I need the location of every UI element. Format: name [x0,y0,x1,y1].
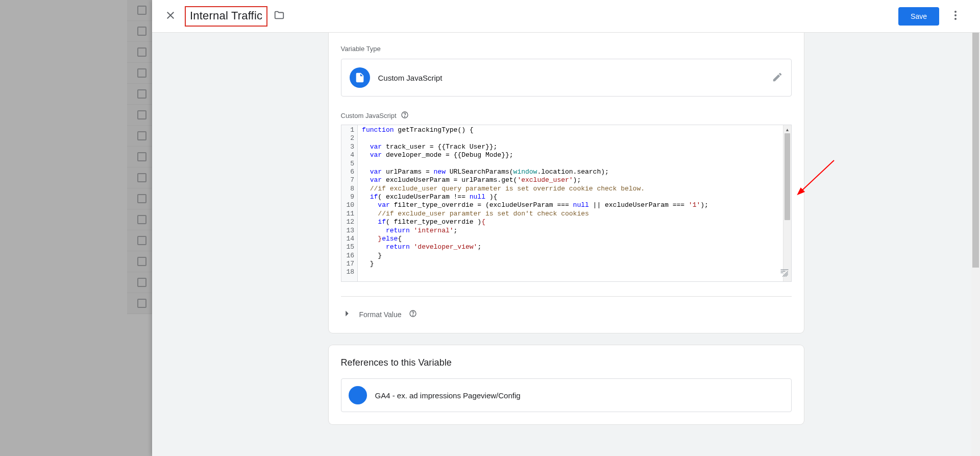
format-help-button[interactable] [409,309,417,319]
custom-js-icon [350,67,370,88]
svg-point-7 [412,315,413,316]
panel-header: Internal Traffic Save [152,0,980,33]
edit-type-button[interactable] [772,71,783,84]
tag-type-icon [349,386,367,404]
svg-point-4 [404,116,405,117]
page-scrollbar[interactable] [971,33,980,456]
svg-point-2 [954,18,957,20]
close-icon [164,9,177,23]
save-button[interactable]: Save [898,7,939,26]
editor-resize-handle[interactable] [780,269,789,279]
reference-label: GA4 - ex. ad impressions Pageview/Config [375,391,521,400]
variable-config-card: Variable Type Custom JavaScript Custom J… [329,33,804,333]
variable-type-label: Variable Type [341,45,792,53]
chevron-right-icon [341,308,352,321]
format-value-toggle[interactable]: Format Value [341,296,792,321]
editor-scrollbar[interactable]: ▴ [783,125,791,281]
help-icon [409,311,417,319]
code-gutter: 123456789101112131415161718 [341,125,358,281]
annotation-arrow [798,160,844,203]
svg-line-5 [801,160,834,191]
variable-type-name: Custom JavaScript [378,74,443,82]
format-value-label: Format Value [359,310,402,319]
variable-type-selector[interactable]: Custom JavaScript [341,59,792,97]
resize-icon [780,271,789,279]
more-vert-icon [949,9,962,23]
slideover-panel: Internal Traffic Save Variable Type Cust [152,0,980,456]
code-textarea[interactable]: function getTrackingType() { var track_u… [358,125,791,281]
code-help-button[interactable] [401,111,409,121]
variable-name-input[interactable]: Internal Traffic [190,9,262,22]
more-menu-button[interactable] [943,4,968,29]
help-icon [401,113,409,121]
references-title: References to this Variable [341,357,792,368]
svg-point-0 [954,11,957,13]
svg-point-1 [954,14,957,16]
code-section-label: Custom JavaScript [341,112,397,119]
close-button[interactable] [158,4,183,29]
reference-row[interactable]: GA4 - ex. ad impressions Pageview/Config [341,378,792,412]
pencil-icon [772,76,783,84]
folder-icon[interactable] [274,10,285,22]
code-editor[interactable]: 123456789101112131415161718 function get… [341,125,792,282]
references-card: References to this Variable GA4 - ex. ad… [329,345,804,424]
title-highlight-box: Internal Traffic [185,6,267,27]
